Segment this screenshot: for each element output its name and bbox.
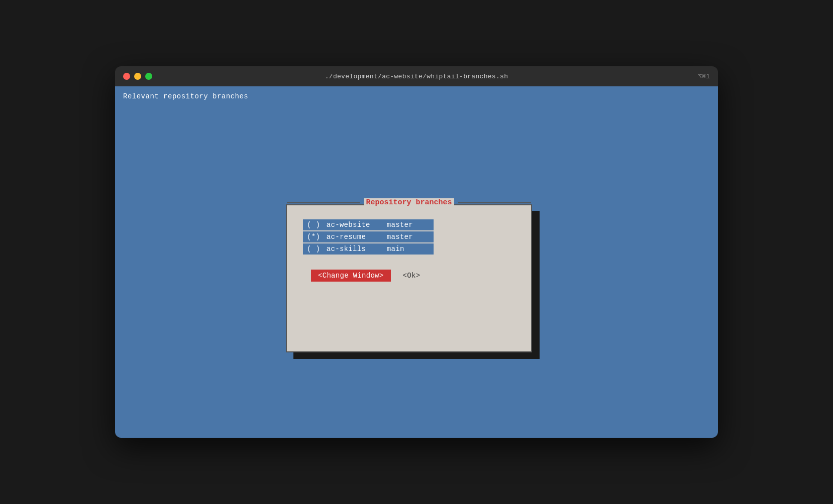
branch-master-1: master bbox=[387, 221, 413, 229]
dialog-title-bar: Repository branches bbox=[287, 198, 531, 207]
terminal-window: ./development/ac-website/whiptail-branch… bbox=[115, 66, 718, 438]
repo-ac-resume: ac-resume bbox=[327, 233, 387, 241]
branch-item-ac-website[interactable]: ( ) ac-website master bbox=[303, 219, 434, 230]
keyboard-shortcut: ⌥⌘1 bbox=[698, 72, 710, 80]
branch-item-ac-resume[interactable]: (*) ac-resume master bbox=[303, 231, 434, 242]
branch-main: main bbox=[387, 245, 404, 253]
ok-button[interactable]: <Ok> bbox=[399, 270, 425, 282]
radio-ac-skills: ( ) bbox=[307, 245, 325, 253]
branch-master-2: master bbox=[387, 233, 413, 241]
repo-ac-website: ac-website bbox=[327, 221, 387, 229]
radio-ac-website: ( ) bbox=[307, 221, 325, 229]
branch-list: ( ) ac-website master (*) ac-resume mast… bbox=[303, 219, 434, 255]
minimize-button[interactable] bbox=[134, 73, 141, 80]
window-title: ./development/ac-website/whiptail-branch… bbox=[325, 73, 508, 80]
dialog-content: ( ) ac-website master (*) ac-resume mast… bbox=[287, 205, 531, 294]
traffic-lights bbox=[123, 73, 152, 80]
terminal-body: Relevant repository branches Repository … bbox=[115, 86, 718, 438]
dialog-title: Repository branches bbox=[364, 198, 454, 207]
buttons-row: <Change Window> <Ok> bbox=[311, 270, 424, 282]
dialog-title-line-left bbox=[287, 202, 360, 203]
dialog-title-line-right bbox=[458, 202, 531, 203]
maximize-button[interactable] bbox=[145, 73, 152, 80]
whiptail-dialog: Repository branches ( ) ac-website maste… bbox=[286, 204, 532, 352]
close-button[interactable] bbox=[123, 73, 130, 80]
terminal-background-text: Relevant repository branches bbox=[123, 92, 710, 100]
repo-ac-skills: ac-skills bbox=[327, 245, 387, 253]
titlebar: ./development/ac-website/whiptail-branch… bbox=[115, 66, 718, 86]
radio-ac-resume: (*) bbox=[307, 233, 325, 241]
branch-item-ac-skills[interactable]: ( ) ac-skills main bbox=[303, 243, 434, 255]
change-window-button[interactable]: <Change Window> bbox=[311, 270, 391, 282]
